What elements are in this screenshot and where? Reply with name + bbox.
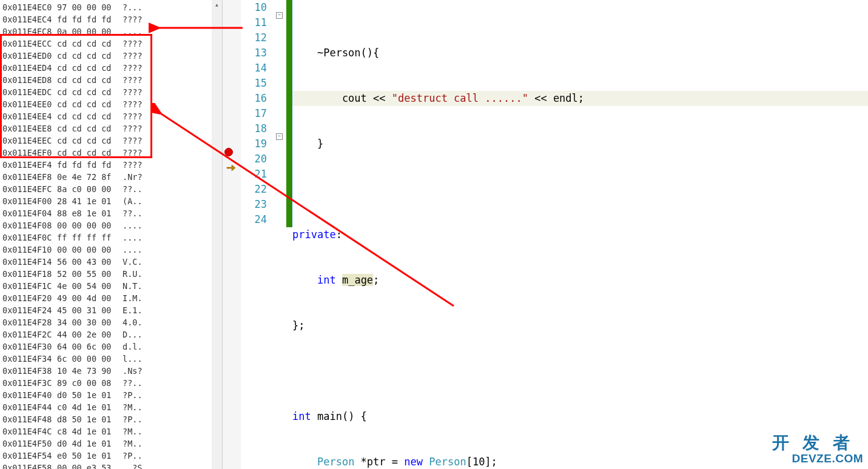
memory-row[interactable]: 0x011E4F34 6c 00 00 00 l... [2, 353, 220, 365]
memory-row[interactable]: 0x011E4F30 64 00 6c 00 d.l. [2, 341, 220, 353]
watermark-text: 开发者 [772, 434, 863, 453]
memory-row[interactable]: 0x011E4F48 d8 50 1e 01 ?P.. [2, 413, 220, 425]
memory-row[interactable]: 0x011E4ED0 cd cd cd cd ???? [2, 50, 220, 62]
line-number-gutter: 101112131415161718192021222324 [241, 0, 274, 469]
memory-row[interactable]: 0x011E4F44 c0 4d 1e 01 ?M.. [2, 401, 220, 413]
line-number: 19 [241, 136, 267, 151]
line-number: 10 [241, 0, 267, 15]
code-line: ~Person(){ [292, 47, 379, 59]
memory-row[interactable]: 0x011E4F0C ff ff ff ff .... [2, 231, 220, 244]
memory-row[interactable]: 0x011E4EF4 fd fd fd fd ???? [2, 159, 220, 171]
memory-row[interactable]: 0x011E4EE8 cd cd cd cd ???? [2, 122, 220, 135]
memory-row[interactable]: 0x011E4F3C 89 c0 00 08 ??.. [2, 377, 220, 389]
line-number: 20 [241, 151, 267, 167]
line-number: 24 [241, 212, 267, 227]
memory-row[interactable]: 0x011E4F24 45 00 31 00 E.1. [2, 304, 220, 316]
memory-row[interactable]: 0x011E4EC4 fd fd fd fd ???? [2, 13, 220, 25]
memory-row[interactable]: 0x011E4F1C 4e 00 54 00 N.T. [2, 280, 220, 292]
memory-row[interactable]: 0x011E4F00 28 41 1e 01 (A.. [2, 195, 220, 207]
memory-scrollbar[interactable]: ▲ [212, 0, 222, 469]
fold-toggle-icon[interactable]: − [276, 133, 283, 140]
return-arrow-icon [226, 162, 235, 172]
memory-row[interactable]: 0x011E4ED4 cd cd cd cd ???? [2, 62, 220, 74]
memory-row[interactable]: 0x011E4F04 88 e8 1e 01 ??.. [2, 207, 220, 219]
memory-row[interactable]: 0x011E4F40 d0 50 1e 01 ?P.. [2, 389, 220, 401]
memory-row[interactable]: 0x011E4F58 00 00 e3 53 ..?S [2, 462, 220, 469]
code-editor[interactable]: 101112131415161718192021222324 − − ~Pers… [223, 0, 868, 469]
memory-row[interactable]: 0x011E4EC0 97 00 00 00 ?... [2, 1, 220, 13]
line-number: 23 [241, 197, 267, 212]
memory-row[interactable]: 0x011E4ECC cd cd cd cd ???? [2, 38, 220, 50]
memory-row[interactable]: 0x011E4F20 49 00 4d 00 I.M. [2, 292, 220, 304]
memory-row[interactable]: 0x011E4F18 52 00 55 00 R.U. [2, 268, 220, 280]
line-number: 13 [241, 45, 267, 61]
breakpoint-icon[interactable] [224, 148, 233, 156]
memory-content: 0x011E4EC0 97 00 00 00 ?...0x011E4EC4 fd… [0, 0, 222, 469]
line-number: 15 [241, 76, 267, 91]
memory-row[interactable]: 0x011E4EF8 0e 4e 72 8f .Nr? [2, 171, 220, 183]
fold-column: − − [274, 0, 286, 469]
memory-row[interactable]: 0x011E4F50 d0 4d 1e 01 ?M.. [2, 437, 220, 450]
memory-row[interactable]: 0x011E4EE0 cd cd cd cd ???? [2, 98, 220, 110]
line-number: 16 [241, 91, 267, 106]
memory-row[interactable]: 0x011E4EE4 cd cd cd cd ???? [2, 110, 220, 122]
line-number: 21 [241, 167, 267, 182]
memory-row[interactable]: 0x011E4F4C c8 4d 1e 01 ?M.. [2, 425, 220, 437]
line-number: 11 [241, 15, 267, 30]
code-line: } [292, 138, 323, 150]
memory-row[interactable]: 0x011E4EDC cd cd cd cd ???? [2, 86, 220, 98]
code-content[interactable]: ~Person(){ cout << "destruct call ......… [292, 0, 868, 469]
memory-row[interactable]: 0x011E4F28 34 00 30 00 4.0. [2, 316, 220, 328]
scroll-up-icon[interactable]: ▲ [212, 0, 222, 10]
memory-row[interactable]: 0x011E4F10 00 00 00 00 .... [2, 244, 220, 256]
line-number: 22 [241, 182, 267, 197]
memory-row[interactable]: 0x011E4F2C 44 00 2e 00 D... [2, 328, 220, 341]
memory-row[interactable]: 0x011E4F08 00 00 00 00 .... [2, 219, 220, 231]
memory-row[interactable]: 0x011E4EF0 cd cd cd cd ???? [2, 147, 220, 159]
memory-row[interactable]: 0x011E4F54 e0 50 1e 01 ?P.. [2, 450, 220, 462]
line-number: 18 [241, 121, 267, 136]
memory-row[interactable]: 0x011E4EFC 8a c0 00 00 ??.. [2, 183, 220, 195]
memory-row[interactable]: 0x011E4EC8 0a 00 00 00 .... [2, 25, 220, 38]
memory-row[interactable]: 0x011E4F14 56 00 43 00 V.C. [2, 256, 220, 268]
code-line: }; [292, 319, 304, 331]
memory-row[interactable]: 0x011E4ED8 cd cd cd cd ???? [2, 74, 220, 86]
memory-row[interactable]: 0x011E4EEC cd cd cd cd ???? [2, 135, 220, 147]
fold-toggle-icon[interactable]: − [276, 12, 283, 19]
highlighted-var: m_age [342, 274, 373, 286]
line-number: 14 [241, 61, 267, 76]
line-number: 12 [241, 30, 267, 45]
line-number: 17 [241, 106, 267, 121]
memory-panel: 0x011E4EC0 97 00 00 00 ?...0x011E4EC4 fd… [0, 0, 223, 469]
memory-row[interactable]: 0x011E4F38 10 4e 73 90 .Ns? [2, 365, 220, 377]
change-bar [286, 0, 291, 227]
